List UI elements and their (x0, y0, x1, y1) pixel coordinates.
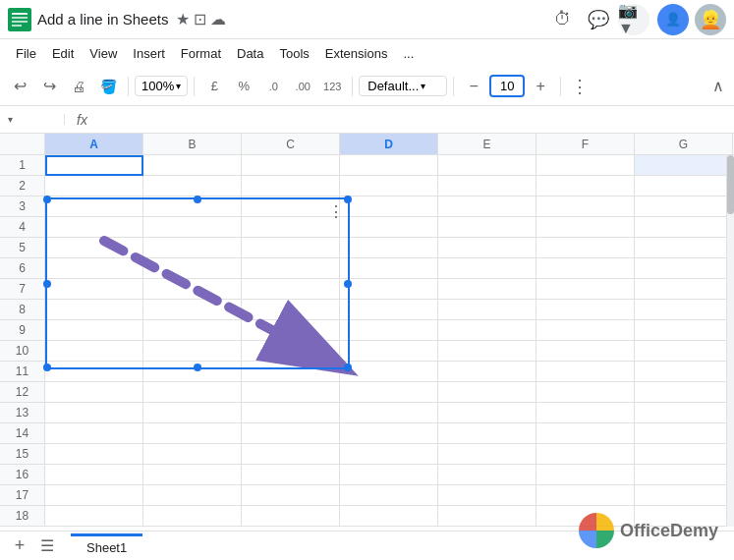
toolbar-expand-btn[interactable]: ∧ (708, 77, 728, 95)
row-header[interactable]: 13 (0, 403, 45, 423)
currency-btn[interactable]: £ (200, 73, 228, 100)
cell-F11[interactable] (536, 362, 635, 382)
cell-E2[interactable] (438, 176, 536, 196)
cell-F17[interactable] (536, 485, 635, 506)
cell-G3[interactable] (635, 196, 734, 217)
cell-F3[interactable] (536, 196, 635, 217)
cell-A11[interactable] (45, 362, 143, 382)
row-header[interactable]: 12 (0, 382, 45, 403)
undo-btn[interactable]: ↩ (6, 73, 33, 100)
cell-A15[interactable] (45, 444, 143, 465)
zoom-selector[interactable]: 100% ▾ (135, 76, 188, 96)
cell-D17[interactable] (340, 485, 438, 506)
cell-A18[interactable] (45, 506, 143, 527)
cell-D7[interactable] (340, 279, 438, 300)
cell-D12[interactable] (340, 382, 438, 403)
resize-handle-tm[interactable] (194, 196, 201, 203)
drawing-menu-btn[interactable]: ⋮ (326, 201, 346, 221)
cell-D1[interactable] (340, 155, 438, 176)
print-btn[interactable]: 🖨 (65, 73, 92, 100)
row-header[interactable]: 2 (0, 176, 45, 196)
cell-G10[interactable] (635, 341, 734, 362)
row-header[interactable]: 11 (0, 362, 45, 382)
cell-E15[interactable] (438, 444, 536, 465)
menu-more[interactable]: ... (395, 44, 422, 63)
history-btn[interactable]: ⏱ (547, 4, 579, 35)
cell-C12[interactable] (242, 382, 340, 403)
cell-G4[interactable] (635, 217, 734, 238)
cell-E10[interactable] (438, 341, 536, 362)
comment-btn[interactable]: 💬 (583, 4, 614, 35)
cell-A1[interactable] (45, 155, 143, 176)
cell-C3[interactable] (242, 196, 340, 217)
cell-G13[interactable] (635, 403, 734, 423)
cell-B18[interactable] (143, 506, 242, 527)
formula-input[interactable] (99, 112, 728, 127)
cell-B17[interactable] (143, 485, 242, 506)
cell-D3[interactable] (340, 196, 438, 217)
cell-B13[interactable] (143, 403, 242, 423)
cell-B2[interactable] (143, 176, 242, 196)
cell-B14[interactable] (143, 423, 242, 444)
cell-B8[interactable] (143, 300, 242, 320)
font-size-inc-btn[interactable]: + (527, 73, 554, 100)
cell-C14[interactable] (242, 423, 340, 444)
paint-btn[interactable]: 🪣 (94, 73, 122, 100)
cell-E6[interactable] (438, 258, 536, 279)
cell-D2[interactable] (340, 176, 438, 196)
cell-A5[interactable] (45, 238, 143, 258)
cell-C7[interactable] (242, 279, 340, 300)
cell-F2[interactable] (536, 176, 635, 196)
cell-G2[interactable] (635, 176, 734, 196)
cell-C13[interactable] (242, 403, 340, 423)
cell-E7[interactable] (438, 279, 536, 300)
row-header[interactable]: 10 (0, 341, 45, 362)
col-header-C[interactable]: C (242, 134, 340, 154)
cell-A14[interactable] (45, 423, 143, 444)
row-header[interactable]: 15 (0, 444, 45, 465)
cell-A3[interactable] (45, 196, 143, 217)
cell-D4[interactable] (340, 217, 438, 238)
col-header-F[interactable]: F (536, 134, 635, 154)
cell-D14[interactable] (340, 423, 438, 444)
cell-G14[interactable] (635, 423, 734, 444)
cell-A12[interactable] (45, 382, 143, 403)
cell-F9[interactable] (536, 320, 635, 341)
cell-D8[interactable] (340, 300, 438, 320)
cell-D6[interactable] (340, 258, 438, 279)
cell-B15[interactable] (143, 444, 242, 465)
cell-A2[interactable] (45, 176, 143, 196)
cell-F13[interactable] (536, 403, 635, 423)
row-header[interactable]: 9 (0, 320, 45, 341)
col-header-G[interactable]: G (635, 134, 733, 154)
resize-handle-ml[interactable] (43, 280, 51, 288)
cell-F4[interactable] (536, 217, 635, 238)
font-selector[interactable]: Default... ▾ (359, 76, 447, 96)
account-btn[interactable]: 👤 (657, 4, 689, 35)
cell-F1[interactable] (536, 155, 635, 176)
row-header[interactable]: 3 (0, 196, 45, 217)
cell-C4[interactable] (242, 217, 340, 238)
row-header[interactable]: 1 (0, 155, 45, 176)
menu-edit[interactable]: Edit (44, 44, 82, 63)
cell-D13[interactable] (340, 403, 438, 423)
meet-btn[interactable]: 📷▼ (618, 4, 649, 35)
cell-B9[interactable] (143, 320, 242, 341)
cell-B5[interactable] (143, 238, 242, 258)
cell-B3[interactable] (143, 196, 242, 217)
cell-F5[interactable] (536, 238, 635, 258)
scrollbar-thumb[interactable] (727, 155, 734, 214)
cell-E14[interactable] (438, 423, 536, 444)
col-header-D[interactable]: D (340, 134, 438, 154)
cell-E4[interactable] (438, 217, 536, 238)
col-header-B[interactable]: B (143, 134, 242, 154)
cell-B1[interactable] (143, 155, 242, 176)
cell-D18[interactable] (340, 506, 438, 527)
menu-insert[interactable]: Insert (125, 44, 173, 63)
cell-G8[interactable] (635, 300, 734, 320)
cell-A7[interactable] (45, 279, 143, 300)
cell-E8[interactable] (438, 300, 536, 320)
menu-format[interactable]: Format (173, 44, 229, 63)
cell-G16[interactable] (635, 465, 734, 485)
font-size-box[interactable]: 10 (489, 75, 525, 97)
